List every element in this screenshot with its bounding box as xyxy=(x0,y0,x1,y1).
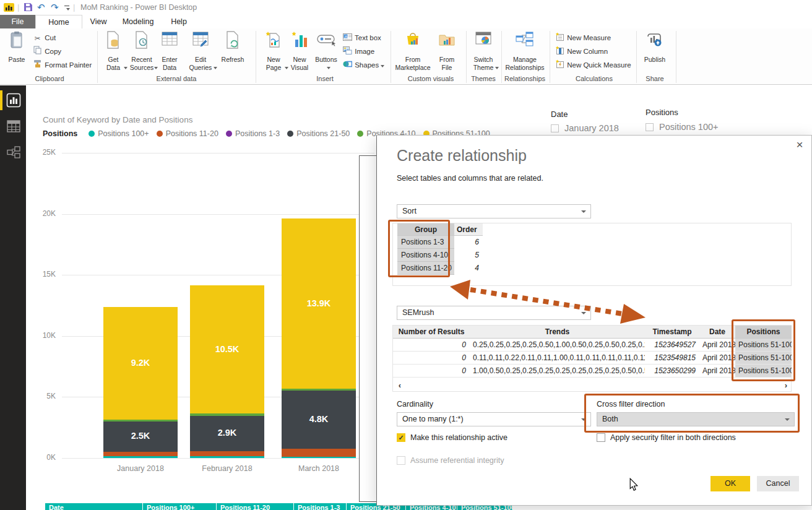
date-slicer: Date January 2018 xyxy=(551,110,619,133)
table2-cell[interactable]: 1523649527 xyxy=(645,339,699,352)
checkbox-icon[interactable] xyxy=(551,124,559,132)
shapes-button[interactable]: Shapes xyxy=(342,59,384,71)
bottom-header-cell[interactable]: Positions 1-3 xyxy=(294,503,346,510)
edit-queries-button[interactable]: Edit Queries xyxy=(186,31,215,71)
tab-modeling[interactable]: Modeling xyxy=(114,15,162,28)
new-visual-button[interactable]: New Visual xyxy=(288,31,311,71)
tab-help[interactable]: Help xyxy=(162,15,196,28)
legend-item[interactable]: Positions 100+ xyxy=(89,129,149,138)
from-file-button[interactable]: From File xyxy=(434,31,459,71)
table2-cell[interactable]: 0 xyxy=(393,365,470,378)
table2-cell[interactable]: April 2018 xyxy=(699,339,735,352)
new-visual-icon xyxy=(292,31,308,48)
bar-segment-positions-100+[interactable] xyxy=(282,457,356,458)
scroll-left-icon[interactable]: ‹ xyxy=(395,379,404,389)
bar-segment-positions-100+[interactable] xyxy=(190,456,264,458)
group-label-share: Share xyxy=(621,75,689,82)
publish-button[interactable]: Publish xyxy=(641,31,668,71)
manage-relationships-button[interactable]: Manage Relationships xyxy=(506,31,543,71)
bar-segment-positions-51-100[interactable] xyxy=(190,285,264,413)
ok-button[interactable]: OK xyxy=(710,476,750,491)
make-active-checkbox-row[interactable]: ✓ Make this relationship active xyxy=(397,433,508,442)
legend-item[interactable]: Positions 1-3 xyxy=(226,129,280,138)
refresh-button[interactable]: Refresh xyxy=(219,31,246,71)
separator: | xyxy=(17,2,19,12)
gridline xyxy=(62,214,374,215)
legend-label: Positions 11-20 xyxy=(166,129,218,138)
table2-cell[interactable]: 0.11,0.11,0.22,0.11,0.11,1.00,0.11,0.11,… xyxy=(470,352,645,365)
table2-cell[interactable]: 1.00,0.50,0.25,0.25,0.25,0.25,0.25,0.25,… xyxy=(470,365,645,378)
legend-item[interactable]: Positions 21-50 xyxy=(287,129,350,138)
security-filter-checkbox-row[interactable]: Apply security filter in both directions xyxy=(597,433,736,442)
bottom-header-cell[interactable]: Positions 11-20 xyxy=(217,503,293,510)
active-view-indicator xyxy=(0,90,2,110)
table1-cell[interactable]: 6 xyxy=(454,236,483,249)
new-measure-button[interactable]: New Measure xyxy=(555,32,611,43)
checkbox-icon[interactable] xyxy=(646,123,654,131)
new-quick-measure-button[interactable]: New Quick Measure xyxy=(555,59,631,71)
checkbox-icon[interactable] xyxy=(597,433,605,442)
table1-header-order[interactable]: Order xyxy=(454,223,483,236)
cardinality-dropdown[interactable]: One to many (1:*) xyxy=(397,412,591,426)
close-icon[interactable]: × xyxy=(793,138,806,152)
switch-theme-button[interactable]: Switch Theme xyxy=(470,31,497,71)
buttons-button[interactable]: Buttons xyxy=(313,31,340,71)
bar-segment-positions-4-10[interactable] xyxy=(103,420,178,421)
save-icon[interactable] xyxy=(24,2,33,14)
table2-cell[interactable]: 1523650299 xyxy=(645,365,699,378)
data-view-icon[interactable] xyxy=(6,119,21,134)
y-axis-tick: 15K xyxy=(33,270,56,279)
date-slicer-title: Date xyxy=(551,110,619,119)
table2-cell[interactable]: April 2018 xyxy=(699,352,735,365)
paste-button[interactable]: Paste xyxy=(4,31,30,71)
legend-item[interactable]: Positions 11-20 xyxy=(157,129,218,138)
bar-segment-positions-4-10[interactable] xyxy=(190,413,264,415)
image-button[interactable]: Image xyxy=(342,46,374,57)
bar-segment-positions-51-100[interactable] xyxy=(103,307,178,419)
bar-segment-positions-11-20[interactable] xyxy=(190,451,264,456)
bar-segment-positions-21-50[interactable] xyxy=(190,416,264,451)
table2-cell[interactable]: April 2018 xyxy=(699,365,735,378)
copy-button[interactable]: Copy xyxy=(32,46,61,57)
tab-file[interactable]: File xyxy=(0,15,35,28)
date-slicer-item[interactable]: January 2018 xyxy=(551,123,619,133)
bar-segment-positions-21-50[interactable] xyxy=(282,391,356,449)
bar-segment-positions-100+[interactable] xyxy=(103,456,178,458)
report-view-icon[interactable] xyxy=(6,93,21,108)
model-view-icon[interactable] xyxy=(6,145,21,160)
bar-segment-positions-51-100[interactable] xyxy=(282,218,356,388)
table2-cell[interactable]: 1523549815 xyxy=(645,352,699,365)
table2-header-date[interactable]: Date xyxy=(699,326,735,339)
table2-cell[interactable]: 0 xyxy=(393,339,470,352)
tab-home[interactable]: Home xyxy=(35,15,82,28)
cancel-button[interactable]: Cancel xyxy=(757,476,799,491)
legend-dot-icon xyxy=(226,131,232,137)
table2-cell[interactable]: 0.25,0.25,0.25,0.25,0.50,1.00,0.50,0.25,… xyxy=(470,339,645,352)
table2-cell[interactable]: 0 xyxy=(393,352,470,365)
new-column-button[interactable]: New Column xyxy=(555,46,608,57)
checkbox-checked-icon[interactable]: ✓ xyxy=(397,433,405,442)
bar-segment-positions-21-50[interactable] xyxy=(103,421,178,452)
cut-button[interactable]: ✂ Cut xyxy=(32,32,56,43)
tab-view[interactable]: View xyxy=(82,15,114,28)
positions-slicer-item[interactable]: Positions 100+ xyxy=(646,122,719,132)
dialog-title: Create relationship xyxy=(397,147,527,165)
qat-customize-icon[interactable] xyxy=(64,6,69,6)
bottom-header-cell[interactable]: Date xyxy=(45,503,142,510)
bottom-header-cell[interactable]: Positions 100+ xyxy=(143,503,216,510)
format-painter-button[interactable]: Format Painter xyxy=(32,59,92,71)
bar-segment-positions-11-20[interactable] xyxy=(103,452,178,456)
table1-cell[interactable]: 5 xyxy=(454,249,483,262)
gridline xyxy=(62,397,374,397)
bar-segment-positions-4-10[interactable] xyxy=(282,389,356,391)
window-title: MoM Ranking - Power BI Desktop xyxy=(80,0,197,15)
text-box-button[interactable]: A Text box xyxy=(342,32,381,43)
bar-segment-positions-11-20[interactable] xyxy=(282,449,356,456)
marketplace-icon xyxy=(404,31,421,48)
paste-icon xyxy=(9,31,24,50)
ribbon: Paste ✂ Cut Copy Format Painter Clipboar… xyxy=(0,28,812,85)
table1-selector-dropdown[interactable]: Sort xyxy=(397,204,591,218)
redo-icon[interactable]: ↷ xyxy=(51,1,59,14)
cardinality-label: Cardinality xyxy=(397,400,433,408)
undo-icon[interactable]: ↶ xyxy=(37,1,45,14)
